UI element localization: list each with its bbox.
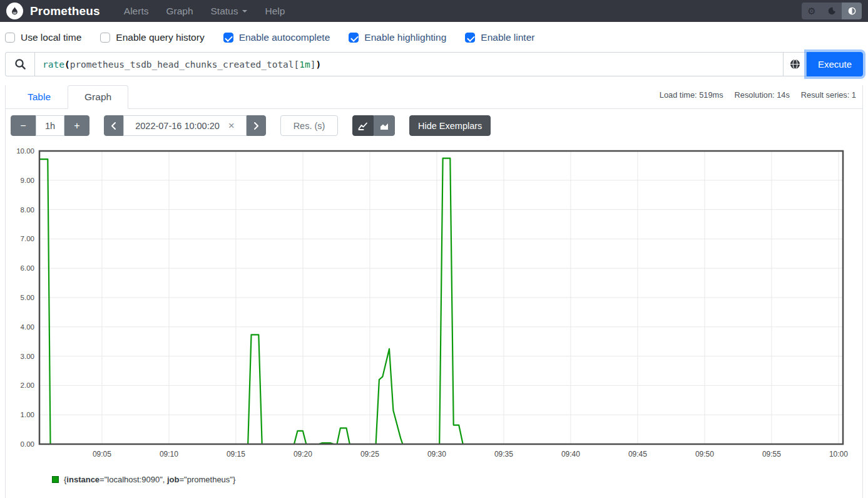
option-enable-autocomplete[interactable]: Enable autocomplete: [223, 32, 330, 43]
resolution: Resolution: 14s: [735, 90, 790, 100]
chart-type-toggle: [352, 115, 395, 136]
y-tick-label: 8.00: [21, 206, 34, 214]
end-time-input[interactable]: 2022-07-16 10:00:20 ×: [123, 115, 247, 136]
query-expression-input[interactable]: rate(prometheus_tsdb_head_chunks_created…: [34, 52, 783, 76]
checkbox-checked-icon[interactable]: [349, 33, 359, 43]
y-tick-label: 1.00: [21, 411, 34, 418]
y-tick-label: 3.00: [21, 353, 34, 360]
option-label: Enable linter: [481, 32, 534, 43]
nav-link-alerts[interactable]: Alerts: [115, 2, 158, 21]
range-group: − +: [11, 115, 89, 136]
settings-gear-icon[interactable]: ⚙: [802, 3, 822, 19]
y-tick-label: 5.00: [21, 294, 34, 301]
prometheus-logo-icon: [6, 3, 23, 19]
x-tick-label: 09:35: [494, 450, 513, 459]
navbar: Prometheus AlertsGraphStatusHelp ⚙: [0, 0, 868, 22]
y-tick-label: 6.00: [21, 264, 34, 272]
dark-mode-moon-icon[interactable]: [822, 3, 842, 19]
checkbox-checked-icon[interactable]: [465, 33, 475, 43]
time-group: 2022-07-16 10:00:20 ×: [104, 115, 266, 136]
option-enable-linter[interactable]: Enable linter: [465, 32, 534, 43]
load-time: Load time: 519ms: [660, 90, 723, 100]
range-decrease-button[interactable]: −: [11, 115, 36, 136]
auto-theme-contrast-icon[interactable]: [842, 3, 862, 19]
nav-link-status[interactable]: Status: [202, 2, 257, 21]
options-row: Use local timeEnable query historyEnable…: [0, 22, 868, 51]
range-input[interactable]: [36, 115, 64, 136]
metrics-explorer-globe-icon[interactable]: [783, 52, 807, 76]
y-tick-label: 10.00: [16, 147, 34, 155]
x-tick-label: 09:10: [160, 450, 178, 459]
line-chart-icon[interactable]: [352, 115, 374, 136]
y-tick-label: 4.00: [21, 323, 34, 331]
graph-controls: − + 2022-07-16 10:00:20 × Hide: [6, 109, 862, 141]
execute-button[interactable]: Execute: [807, 52, 863, 76]
nav-tabs: Table Graph: [6, 85, 128, 109]
dropdown-caret-icon: [242, 10, 247, 15]
nav-links: AlertsGraphStatusHelp: [115, 2, 294, 21]
graph-canvas[interactable]: 0.001.002.003.004.005.006.007.008.009.00…: [6, 145, 849, 460]
series-line: [39, 158, 499, 444]
checkbox-unchecked-icon[interactable]: [5, 33, 15, 43]
x-tick-label: 09:50: [695, 450, 714, 459]
series-legend[interactable]: {instance="localhost:9090", job="prometh…: [6, 462, 862, 498]
chart-area: 0.001.002.003.004.005.006.007.008.009.00…: [6, 141, 862, 462]
query-token: (: [64, 60, 70, 70]
option-label: Use local time: [21, 32, 81, 43]
option-label: Enable autocomplete: [239, 32, 330, 43]
x-tick-label: 09:15: [227, 450, 245, 459]
query-stats: Load time: 519ms Resolution: 14s Result …: [660, 85, 862, 108]
y-tick-label: 0.00: [21, 440, 34, 448]
query-token: prometheus_tsdb_head_chunks_created_tota…: [70, 60, 294, 70]
y-tick-label: 7.00: [21, 235, 34, 242]
y-tick-label: 2.00: [21, 381, 34, 389]
result-series: Result series: 1: [801, 90, 856, 100]
x-tick-label: 09:25: [360, 450, 379, 459]
series-label: {instance="localhost:9090", job="prometh…: [64, 475, 235, 484]
time-forward-button[interactable]: [247, 115, 266, 136]
checkbox-checked-icon[interactable]: [223, 33, 233, 43]
range-increase-button[interactable]: +: [64, 115, 89, 136]
option-enable-highlighting[interactable]: Enable highlighting: [349, 32, 446, 43]
option-use-local-time[interactable]: Use local time: [5, 32, 81, 43]
option-label: Enable query history: [116, 32, 204, 43]
tabs-row: Table Graph Load time: 519ms Resolution:…: [6, 85, 862, 109]
x-tick-label: 09:30: [427, 450, 446, 459]
tab-table[interactable]: Table: [11, 85, 68, 109]
brand-name: Prometheus: [30, 4, 100, 18]
end-time-value: 2022-07-16 10:00:20: [135, 121, 220, 131]
option-label: Enable highlighting: [364, 32, 446, 43]
hide-exemplars-button[interactable]: Hide Exemplars: [409, 115, 491, 136]
time-back-button[interactable]: [104, 115, 123, 136]
checkbox-unchecked-icon[interactable]: [100, 33, 110, 43]
x-tick-label: 09:20: [294, 450, 312, 459]
nav-link-graph[interactable]: Graph: [157, 2, 202, 21]
y-tick-label: 9.00: [21, 177, 34, 184]
x-tick-label: 10:00: [829, 450, 848, 459]
query-token: [: [294, 60, 300, 70]
brand[interactable]: Prometheus: [6, 3, 100, 19]
query-bar: rate(prometheus_tsdb_head_chunks_created…: [5, 52, 863, 76]
clear-time-icon[interactable]: ×: [228, 120, 235, 131]
nav-link-help[interactable]: Help: [256, 2, 294, 21]
x-tick-label: 09:05: [93, 450, 111, 459]
option-enable-query-history[interactable]: Enable query history: [100, 32, 204, 43]
x-tick-label: 09:45: [628, 450, 647, 459]
theme-button-group: ⚙: [802, 3, 862, 19]
query-token: 1m: [299, 60, 310, 70]
x-tick-label: 09:55: [762, 450, 781, 459]
search-icon: [5, 52, 34, 76]
query-token: ]: [310, 60, 316, 70]
series-color-swatch: [52, 476, 59, 483]
graph-panel: Table Graph Load time: 519ms Resolution:…: [5, 85, 863, 498]
stacked-chart-icon[interactable]: [374, 115, 395, 136]
resolution-input[interactable]: [280, 115, 338, 136]
tab-graph[interactable]: Graph: [68, 85, 128, 109]
x-tick-label: 09:40: [561, 450, 580, 459]
query-token: ): [316, 60, 322, 70]
query-token: rate: [43, 60, 64, 70]
